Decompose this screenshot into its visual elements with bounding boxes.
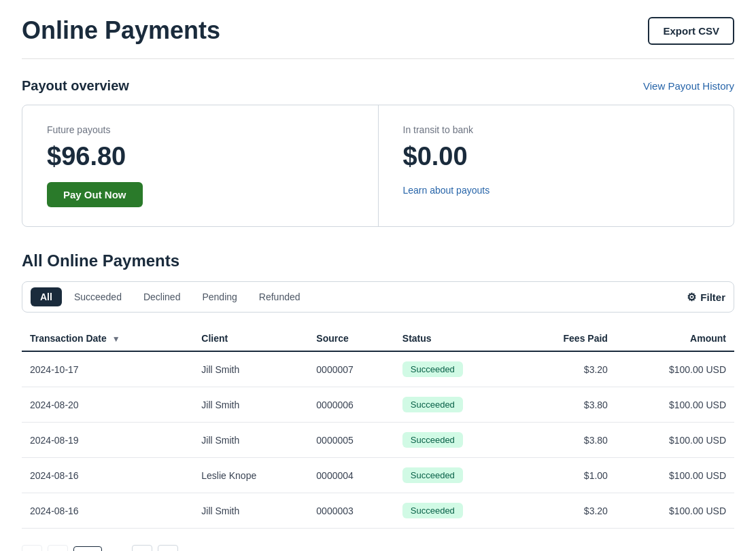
tab-declined[interactable]: Declined xyxy=(134,287,190,306)
cell-fees: $3.20 xyxy=(518,351,616,387)
cell-source: 0000004 xyxy=(308,458,394,493)
all-payments-title: All Online Payments xyxy=(22,251,734,270)
sort-arrow-icon: ▼ xyxy=(112,334,120,344)
status-badge: Succeeded xyxy=(402,432,463,448)
col-date[interactable]: Transaction Date ▼ xyxy=(22,326,193,351)
filter-bar: AllSucceededDeclinedPendingRefunded ⚙ Fi… xyxy=(22,281,734,313)
page-header: Online Payments Export CSV xyxy=(22,16,734,59)
cell-client: Jill Smith xyxy=(193,493,308,529)
tab-succeeded[interactable]: Succeeded xyxy=(65,287,131,306)
pagination: ⟨⟨ ‹ 1-5 of 5 › ⟩⟩ xyxy=(22,545,734,551)
cell-client: Leslie Knope xyxy=(193,458,308,493)
cell-source: 0000006 xyxy=(308,387,394,423)
cell-source: 0000007 xyxy=(308,351,394,387)
cell-client: Jill Smith xyxy=(193,423,308,458)
last-page-button[interactable]: ⟩⟩ xyxy=(158,545,178,551)
payments-table: Transaction Date ▼ Client Source Status … xyxy=(22,326,734,529)
col-fees: Fees Paid xyxy=(518,326,616,351)
tab-refunded[interactable]: Refunded xyxy=(250,287,310,306)
payout-card: Future payouts $96.80 Pay Out Now In tra… xyxy=(22,105,734,227)
in-transit-panel: In transit to bank $0.00 Learn about pay… xyxy=(379,105,734,226)
page-indicator: 1-5 xyxy=(73,546,102,551)
page-title: Online Payments xyxy=(22,16,220,45)
payout-overview-title: Payout overview xyxy=(22,78,129,94)
cell-client: Jill Smith xyxy=(193,387,308,423)
first-page-button[interactable]: ⟨⟨ xyxy=(22,545,42,551)
cell-date: 2024-08-16 xyxy=(22,458,193,493)
in-transit-label: In transit to bank xyxy=(403,124,710,135)
filter-label: Filter xyxy=(700,291,725,303)
col-amount: Amount xyxy=(616,326,734,351)
filter-button[interactable]: ⚙ Filter xyxy=(687,291,725,304)
learn-about-payouts-link[interactable]: Learn about payouts xyxy=(403,185,490,196)
cell-source: 0000003 xyxy=(308,493,394,529)
status-badge: Succeeded xyxy=(402,397,463,412)
status-badge: Succeeded xyxy=(402,361,463,377)
cell-source: 0000005 xyxy=(308,423,394,458)
cell-date: 2024-08-20 xyxy=(22,387,193,423)
col-date-label: Transaction Date xyxy=(30,333,107,344)
status-badge: Succeeded xyxy=(402,467,463,483)
cell-status: Succeeded xyxy=(394,423,518,458)
cell-fees: $1.00 xyxy=(518,458,616,493)
cell-status: Succeeded xyxy=(394,493,518,529)
cell-amount: $100.00 USD xyxy=(616,458,734,493)
cell-amount: $100.00 USD xyxy=(616,423,734,458)
future-payouts-amount: $96.80 xyxy=(47,142,354,171)
table-header: Transaction Date ▼ Client Source Status … xyxy=(22,326,734,351)
in-transit-amount: $0.00 xyxy=(403,142,710,171)
filter-icon: ⚙ xyxy=(687,291,696,304)
view-payout-history-link[interactable]: View Payout History xyxy=(643,80,734,92)
pay-out-now-button[interactable]: Pay Out Now xyxy=(47,182,143,207)
table-row: 2024-08-20 Jill Smith 0000006 Succeeded … xyxy=(22,387,734,423)
cell-date: 2024-10-17 xyxy=(22,351,193,387)
payout-overview-header: Payout overview View Payout History xyxy=(22,78,734,94)
export-csv-button[interactable]: Export CSV xyxy=(648,17,734,45)
cell-amount: $100.00 USD xyxy=(616,387,734,423)
table-row: 2024-08-16 Jill Smith 0000003 Succeeded … xyxy=(22,493,734,529)
col-source: Source xyxy=(308,326,394,351)
table-row: 2024-08-16 Leslie Knope 0000004 Succeede… xyxy=(22,458,734,493)
cell-fees: $3.80 xyxy=(518,423,616,458)
cell-date: 2024-08-19 xyxy=(22,423,193,458)
future-payouts-label: Future payouts xyxy=(47,124,354,135)
table-row: 2024-08-19 Jill Smith 0000005 Succeeded … xyxy=(22,423,734,458)
cell-amount: $100.00 USD xyxy=(616,493,734,529)
filter-tabs: AllSucceededDeclinedPendingRefunded xyxy=(31,287,310,306)
col-status: Status xyxy=(394,326,518,351)
table-body: 2024-10-17 Jill Smith 0000007 Succeeded … xyxy=(22,351,734,529)
cell-status: Succeeded xyxy=(394,351,518,387)
cell-client: Jill Smith xyxy=(193,351,308,387)
tab-all[interactable]: All xyxy=(31,287,62,306)
table-row: 2024-10-17 Jill Smith 0000007 Succeeded … xyxy=(22,351,734,387)
cell-status: Succeeded xyxy=(394,458,518,493)
future-payouts-panel: Future payouts $96.80 Pay Out Now xyxy=(22,105,379,226)
col-client: Client xyxy=(193,326,308,351)
next-page-button[interactable]: › xyxy=(132,545,152,551)
tab-pending[interactable]: Pending xyxy=(192,287,246,306)
status-badge: Succeeded xyxy=(402,503,463,518)
cell-fees: $3.20 xyxy=(518,493,616,529)
cell-amount: $100.00 USD xyxy=(616,351,734,387)
cell-fees: $3.80 xyxy=(518,387,616,423)
prev-page-button[interactable]: ‹ xyxy=(48,545,68,551)
cell-date: 2024-08-16 xyxy=(22,493,193,529)
cell-status: Succeeded xyxy=(394,387,518,423)
